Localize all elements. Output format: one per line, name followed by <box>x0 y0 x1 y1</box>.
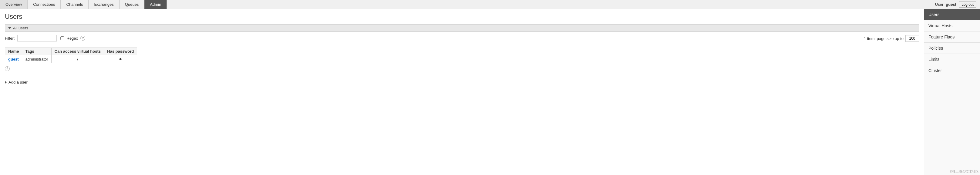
sidebar-item-virtual-hosts[interactable]: Virtual Hosts <box>924 20 980 32</box>
col-tags: Tags <box>22 48 51 55</box>
filter-row: Filter: Regex ? <box>5 35 85 41</box>
tab-exchanges[interactable]: Exchanges <box>89 0 119 9</box>
page-size-row: 1 item, page size up to <box>864 35 919 42</box>
tab-overview[interactable]: Overview <box>0 0 28 9</box>
watermark: ©稀土圈金技术社区 <box>950 169 979 174</box>
table-body: guest administrator / ● <box>5 55 137 63</box>
filter-pagesize-row: Filter: Regex ? 1 item, page size up to <box>5 35 919 44</box>
page-title: Users <box>5 13 919 20</box>
all-users-section-header[interactable]: All users <box>5 24 919 32</box>
table-header: Name Tags Can access virtual hosts Has p… <box>5 48 137 55</box>
page-size-label: 1 item, page size up to <box>864 36 904 41</box>
tab-queues[interactable]: Queues <box>119 0 145 9</box>
user-label: User <box>935 2 943 7</box>
filter-input[interactable] <box>17 35 57 41</box>
add-user-section: Add a user <box>5 76 919 86</box>
main-layout: Users All users Filter: Regex ? 1 item, … <box>0 9 980 175</box>
content-area: Users All users Filter: Regex ? 1 item, … <box>0 9 924 175</box>
sidebar-item-policies[interactable]: Policies <box>924 43 980 54</box>
filter-label: Filter: <box>5 36 15 41</box>
user-area: User guest Log out <box>931 0 980 9</box>
expand-icon <box>5 81 7 84</box>
user-password-cell: ● <box>104 55 137 63</box>
col-vhosts: Can access virtual hosts <box>51 48 104 55</box>
right-sidebar: Users Virtual Hosts Feature Flags Polici… <box>924 9 980 175</box>
tab-connections[interactable]: Connections <box>28 0 61 9</box>
user-vhosts-cell: / <box>51 55 104 63</box>
sidebar-item-feature-flags[interactable]: Feature Flags <box>924 32 980 43</box>
col-name: Name <box>5 48 22 55</box>
users-table: Name Tags Can access virtual hosts Has p… <box>5 47 137 63</box>
user-name-link[interactable]: guest <box>8 57 19 61</box>
tab-channels[interactable]: Channels <box>61 0 89 9</box>
tab-admin[interactable]: Admin <box>145 0 167 9</box>
page-size-input[interactable] <box>905 35 919 42</box>
table-row: guest administrator / ● <box>5 55 137 63</box>
table-help-icon[interactable]: ? <box>5 66 10 71</box>
password-dot: ● <box>119 56 122 62</box>
help-row: ? <box>5 66 919 71</box>
top-nav: Overview Connections Channels Exchanges … <box>0 0 980 9</box>
regex-checkbox[interactable] <box>60 36 64 40</box>
all-users-label: All users <box>13 26 28 30</box>
regex-label: Regex <box>67 36 78 41</box>
col-password: Has password <box>104 48 137 55</box>
nav-tabs: Overview Connections Channels Exchanges … <box>0 0 931 9</box>
logout-button[interactable]: Log out <box>959 2 976 8</box>
user-name-cell: guest <box>5 55 22 63</box>
add-user-label: Add a user <box>8 80 28 85</box>
sidebar-item-limits[interactable]: Limits <box>924 54 980 65</box>
username: guest <box>946 2 956 7</box>
user-tags-cell: administrator <box>22 55 51 63</box>
sidebar-item-cluster[interactable]: Cluster <box>924 65 980 76</box>
add-user-header[interactable]: Add a user <box>5 79 919 86</box>
filter-help-icon: ? <box>80 36 85 41</box>
collapse-icon <box>8 27 11 29</box>
sidebar-item-users[interactable]: Users <box>924 9 980 20</box>
